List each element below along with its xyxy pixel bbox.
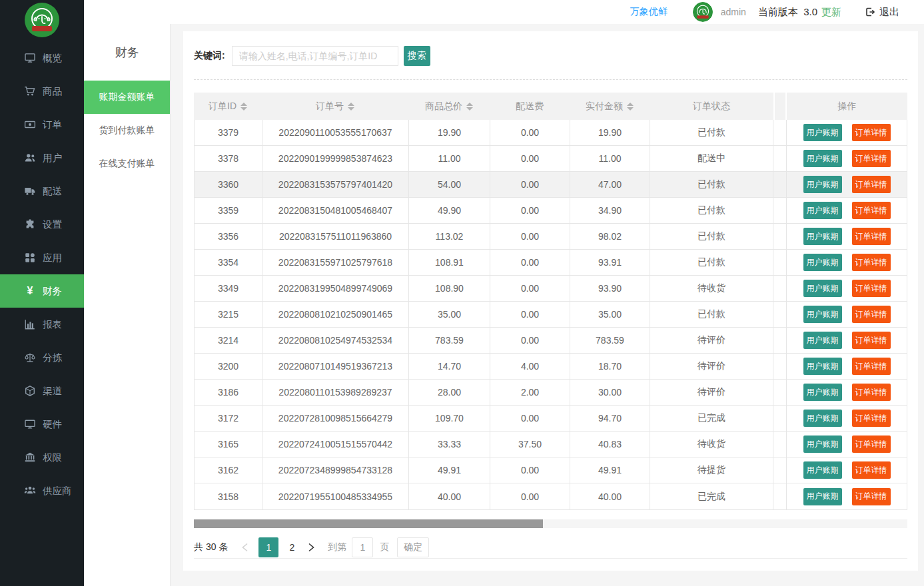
- sidebar-item-12[interactable]: 硬件: [0, 408, 84, 441]
- sidebar-item-label: 订单: [43, 119, 62, 131]
- order-detail-button[interactable]: 订单详情: [852, 410, 891, 427]
- sidebar-item-6[interactable]: 设置: [0, 208, 84, 241]
- sidebar-item-1[interactable]: 概览: [0, 41, 84, 75]
- sidebar-item-7[interactable]: 应用: [0, 241, 84, 274]
- submenu-item-1[interactable]: 账期金额账单: [84, 81, 170, 114]
- order-detail-button[interactable]: 订单详情: [852, 306, 891, 323]
- table-row: 31722022072810098515664279109.700.0094.7…: [195, 406, 786, 432]
- user-billing-button[interactable]: 用户账期: [803, 228, 842, 245]
- user-billing-button[interactable]: 用户账期: [803, 306, 842, 323]
- avatar[interactable]: [693, 2, 713, 22]
- cell: 已付款: [650, 172, 773, 197]
- order-detail-button[interactable]: 订单详情: [852, 488, 891, 505]
- site-link[interactable]: 万象优鲜: [630, 6, 668, 18]
- order-detail-button[interactable]: 订单详情: [852, 228, 891, 245]
- table-row: 33542022083155971025797618108.910.0093.9…: [195, 250, 786, 276]
- sidebar-item-5[interactable]: 配送: [0, 174, 84, 208]
- horizontal-scrollbar[interactable]: [194, 519, 907, 528]
- cell: 109.70: [408, 406, 490, 431]
- sidebar-item-4[interactable]: 用户: [0, 141, 84, 174]
- cell: 待评价: [650, 380, 773, 405]
- sidebar-item-2[interactable]: 商品: [0, 75, 84, 108]
- user-billing-button[interactable]: 用户账期: [803, 384, 842, 401]
- sidebar-item-14[interactable]: 供应商: [0, 474, 84, 507]
- version-text: 当前版本 3.0: [758, 6, 817, 19]
- clipped-cell: [773, 120, 786, 145]
- sidebar-item-10[interactable]: 分拣: [0, 341, 84, 374]
- sidebar-item-11[interactable]: 渠道: [0, 374, 84, 408]
- confirm-button[interactable]: 确定: [397, 537, 429, 557]
- sort-icon[interactable]: [627, 103, 634, 111]
- op-row: 用户账期订单详情: [787, 120, 907, 146]
- user-billing-button[interactable]: 用户账期: [803, 254, 842, 271]
- order-detail-button[interactable]: 订单详情: [852, 124, 891, 141]
- sidebar-item-13[interactable]: 权限: [0, 441, 84, 474]
- order-detail-button[interactable]: 订单详情: [852, 358, 891, 375]
- sort-icon[interactable]: [466, 103, 473, 111]
- order-detail-button[interactable]: 订单详情: [852, 280, 891, 297]
- order-detail-button[interactable]: 订单详情: [852, 332, 891, 349]
- order-detail-button[interactable]: 订单详情: [852, 150, 891, 167]
- username[interactable]: admin: [721, 7, 746, 17]
- next-page-button[interactable]: [306, 543, 316, 552]
- sidebar-item-3[interactable]: 订单: [0, 108, 84, 141]
- op-row: 用户账期订单详情: [787, 146, 907, 172]
- column-header-1[interactable]: 订单ID: [194, 101, 262, 113]
- prev-page-button[interactable]: [240, 543, 249, 552]
- goto-label: 到第: [328, 541, 346, 553]
- cell: 2022083153575797401420: [262, 172, 408, 197]
- user-billing-button[interactable]: 用户账期: [803, 436, 842, 453]
- cell: 0.00: [490, 172, 570, 197]
- scrollbar-thumb[interactable]: [194, 519, 543, 528]
- order-detail-button[interactable]: 订单详情: [852, 436, 891, 453]
- goto-page-input[interactable]: [352, 537, 373, 557]
- scales-icon: [24, 352, 36, 364]
- cell: 已付款: [650, 198, 773, 223]
- submenu-item-2[interactable]: 货到付款账单: [84, 114, 170, 147]
- logout-button[interactable]: 退出: [865, 6, 899, 19]
- cell: 11.00: [570, 146, 650, 171]
- order-detail-button[interactable]: 订单详情: [852, 176, 891, 193]
- clipped-cell: [773, 380, 786, 405]
- user-billing-button[interactable]: 用户账期: [803, 410, 842, 427]
- page-button-2[interactable]: 2: [285, 542, 298, 553]
- page-button-1[interactable]: 1: [258, 537, 278, 557]
- search-input[interactable]: [232, 46, 398, 66]
- user-billing-button[interactable]: 用户账期: [803, 280, 842, 297]
- submenu-item-3[interactable]: 在线支付账单: [84, 147, 170, 180]
- sidebar-item-9[interactable]: 报表: [0, 308, 84, 341]
- sidebar-item-8[interactable]: ¥财务: [0, 274, 84, 308]
- search-button[interactable]: 搜索: [404, 46, 430, 66]
- column-header-5[interactable]: 实付金额: [570, 101, 650, 113]
- user-billing-button[interactable]: 用户账期: [803, 124, 842, 141]
- cell: 0.00: [490, 146, 570, 171]
- user-billing-button[interactable]: 用户账期: [803, 488, 842, 505]
- barchart-icon: [24, 318, 36, 330]
- column-header-2[interactable]: 订单号: [262, 101, 408, 113]
- table-row: 3158202207195510048533495540.000.0040.00…: [195, 483, 786, 509]
- user-billing-button[interactable]: 用户账期: [803, 358, 842, 375]
- cell: 0.00: [490, 328, 570, 353]
- update-link[interactable]: 更新: [821, 6, 841, 19]
- user-billing-button[interactable]: 用户账期: [803, 332, 842, 349]
- order-detail-button[interactable]: 订单详情: [852, 202, 891, 219]
- cell: 待评价: [650, 354, 773, 379]
- order-detail-button[interactable]: 订单详情: [852, 254, 891, 271]
- cell: 0.00: [490, 483, 570, 509]
- sidebar-item-label: 设置: [43, 218, 62, 231]
- user-billing-button[interactable]: 用户账期: [803, 461, 842, 479]
- cell: 28.00: [408, 380, 490, 405]
- users-group-icon: [24, 485, 36, 497]
- cell: 47.00: [570, 172, 650, 197]
- table-row: 32142022080810254974532534783.590.00783.…: [195, 328, 786, 354]
- sidebar-item-label: 应用: [43, 252, 62, 264]
- order-detail-button[interactable]: 订单详情: [852, 384, 891, 401]
- sort-icon[interactable]: [240, 103, 247, 111]
- user-billing-button[interactable]: 用户账期: [803, 150, 842, 167]
- column-header-3[interactable]: 商品总价: [408, 101, 490, 113]
- cell: 已付款: [650, 224, 773, 249]
- user-billing-button[interactable]: 用户账期: [803, 202, 842, 219]
- user-billing-button[interactable]: 用户账期: [803, 176, 842, 193]
- sort-icon[interactable]: [348, 103, 354, 111]
- order-detail-button[interactable]: 订单详情: [852, 461, 891, 479]
